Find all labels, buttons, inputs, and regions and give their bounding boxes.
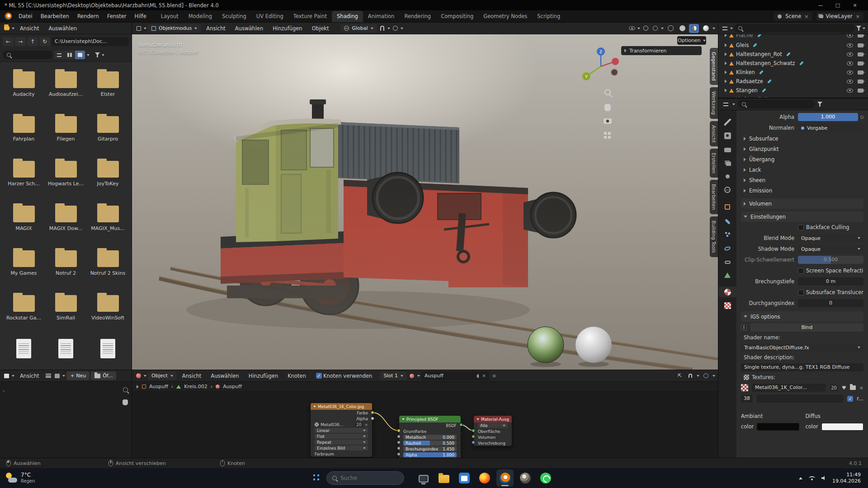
- material-output-node[interactable]: Material-Ausgabe Alle Oberfläche Volumen…: [473, 415, 512, 446]
- network-icon[interactable]: [809, 476, 815, 480]
- disable-render-icon[interactable]: [858, 34, 863, 38]
- extension-dropdown[interactable]: Repeat: [311, 439, 372, 445]
- props-tab-scene[interactable]: [718, 171, 736, 182]
- hide-viewport-icon[interactable]: [847, 43, 853, 47]
- folder-tile[interactable]: My Games: [3, 247, 45, 291]
- alpha-slider-node[interactable]: Alpha1.000: [399, 452, 461, 458]
- close-button[interactable]: ×: [846, 0, 863, 10]
- outliner-item[interactable]: Stangen: [718, 86, 868, 95]
- hide-viewport-icon[interactable]: [847, 61, 853, 66]
- backface-checkbox[interactable]: [798, 225, 804, 230]
- taskbar-app-gimp[interactable]: [517, 469, 534, 487]
- props-tab-particles[interactable]: [718, 229, 736, 239]
- disable-render-icon[interactable]: [858, 80, 863, 84]
- ssr-checkbox[interactable]: [798, 268, 804, 274]
- section-emission[interactable]: Emission: [741, 185, 863, 196]
- taskbar-app-taskview[interactable]: [415, 469, 432, 487]
- disable-render-icon[interactable]: [858, 52, 863, 56]
- viewport-editor-type-icon[interactable]: [135, 24, 142, 32]
- outliner-item[interactable]: Haltestangen_Rot: [718, 50, 868, 59]
- shader-editor-type-icon[interactable]: [135, 372, 142, 380]
- slot-dropdown[interactable]: Slot 1: [380, 371, 407, 380]
- toolbar-collapse-icon[interactable]: ‹: [3, 388, 5, 394]
- metallic-slider[interactable]: Metallisch0.000: [399, 434, 461, 440]
- shader-description-field[interactable]: Single texture, dyna...g. TEX1 RGB Diffu…: [741, 363, 863, 371]
- folder-tile[interactable]: Audioaufzei...: [45, 68, 87, 113]
- pan-hand-icon[interactable]: [123, 399, 128, 405]
- tab-uv-editing[interactable]: UV Editing: [251, 11, 288, 22]
- vp-menu-objekt[interactable]: Objekt: [308, 23, 333, 34]
- sidebar-tab-bearbeiten[interactable]: Bearbeiten: [710, 180, 718, 214]
- section-sheen[interactable]: Sheen: [741, 175, 863, 185]
- display-size-chevron-icon[interactable]: [87, 54, 90, 56]
- fb-menu-auswaehlen[interactable]: Auswählen: [44, 23, 80, 34]
- ambient-color-swatch[interactable]: [757, 423, 799, 431]
- editor-type-chevron-icon[interactable]: [12, 28, 14, 29]
- volume-icon[interactable]: [821, 476, 826, 480]
- clock-widget[interactable]: 11:49 19.04.2026: [832, 472, 861, 485]
- props-tab-constraints[interactable]: [718, 256, 736, 267]
- up-button[interactable]: ↑: [27, 37, 38, 46]
- image-editor-type-icon[interactable]: [3, 372, 10, 380]
- start-button[interactable]: [308, 471, 322, 485]
- ie-menu-ansicht[interactable]: Ansicht: [16, 370, 43, 381]
- visibility-chevron-icon[interactable]: [637, 28, 640, 29]
- se-menu-hinzufuegen[interactable]: Hinzufügen: [245, 370, 282, 381]
- vp-menu-auswaehlen[interactable]: Auswählen: [231, 23, 267, 34]
- search-input[interactable]: [340, 475, 390, 481]
- pin-icon[interactable]: [491, 372, 498, 380]
- mode-dropdown[interactable]: Objektmodus: [148, 24, 201, 33]
- unlink-icon[interactable]: ×: [482, 373, 486, 379]
- outliner-item[interactable]: Klinken: [718, 68, 868, 77]
- props-tab-material[interactable]: [718, 286, 736, 297]
- texture-thumb-icon[interactable]: [741, 384, 748, 391]
- outliner-item[interactable]: Haltestangen_Schwatz: [718, 59, 868, 68]
- material-name-field[interactable]: Auspuff ◖ ×: [421, 371, 489, 380]
- shading-material-button[interactable]: [689, 24, 699, 33]
- outliner-item[interactable]: Vorlage_Seite: [718, 95, 868, 98]
- tab-shading[interactable]: Shading: [332, 11, 363, 22]
- overlays-node-icon[interactable]: [702, 372, 710, 380]
- shader-name-dropdown[interactable]: TrainBasicObjectDiffuse.fx: [741, 343, 863, 352]
- properties-filter-icon[interactable]: [817, 102, 822, 107]
- disable-render-icon[interactable]: [858, 61, 863, 66]
- gizmos-toggle-icon[interactable]: [642, 24, 650, 32]
- diffuse-color-swatch[interactable]: [821, 423, 863, 431]
- back-button[interactable]: ←: [3, 37, 14, 46]
- overlays-chevron-icon[interactable]: [661, 28, 664, 29]
- options-dropdown[interactable]: Optionen: [677, 36, 706, 45]
- hide-viewport-icon[interactable]: [847, 98, 853, 98]
- shader-type-dropdown[interactable]: Object: [148, 371, 177, 380]
- bsdf-node-header[interactable]: Principled BSDF: [399, 416, 461, 422]
- taskbar-app-explorer[interactable]: [435, 469, 453, 487]
- path-field[interactable]: C:\Users\steph\Doc...: [52, 37, 129, 46]
- section-subsurface[interactable]: Subsurface: [741, 133, 863, 144]
- menu-rendern[interactable]: Rendern: [73, 10, 103, 22]
- folder-tile[interactable]: Rockstar Ga...: [3, 291, 45, 336]
- folder-tile[interactable]: Fliegen: [45, 113, 87, 157]
- image-datablock-row[interactable]: Metal036... 20 ×: [311, 422, 372, 427]
- taskbar-app-store[interactable]: [456, 469, 473, 487]
- disable-render-icon[interactable]: [858, 43, 863, 47]
- menu-datei[interactable]: Datei: [14, 10, 37, 22]
- clip-threshold-slider[interactable]: 0.500: [798, 256, 863, 264]
- refresh-button[interactable]: ↻: [39, 37, 50, 46]
- tab-layout[interactable]: Layout: [156, 11, 184, 22]
- tab-scripting[interactable]: Scripting: [532, 11, 565, 22]
- blend-mode-dropdown[interactable]: Opaque: [798, 234, 863, 242]
- texture-name-field[interactable]: Metal036_1K_Color...: [752, 384, 826, 392]
- sidebar-tab-werkzeug[interactable]: Werkzeug: [710, 87, 718, 119]
- properties-search-input[interactable]: [738, 100, 815, 108]
- proportional-chevron-icon[interactable]: [401, 28, 403, 29]
- overlays-toggle-icon[interactable]: [651, 24, 659, 32]
- properties-type-icon[interactable]: [722, 100, 730, 108]
- folder-tile[interactable]: Notruf 2 Skins: [87, 247, 129, 291]
- source-dropdown[interactable]: Einzelnes Bild: [311, 445, 372, 451]
- props-tab-modifiers[interactable]: [718, 215, 736, 226]
- ior-slider[interactable]: Brechungsindex1.450: [399, 446, 461, 452]
- menu-burger-icon[interactable]: [44, 372, 52, 380]
- transform-panel-header[interactable]: Transformieren: [621, 46, 702, 55]
- scene-unlink-icon[interactable]: ×: [803, 14, 809, 19]
- section-einstellungen[interactable]: Einstellungen: [741, 211, 863, 222]
- display-list-button[interactable]: [54, 51, 64, 59]
